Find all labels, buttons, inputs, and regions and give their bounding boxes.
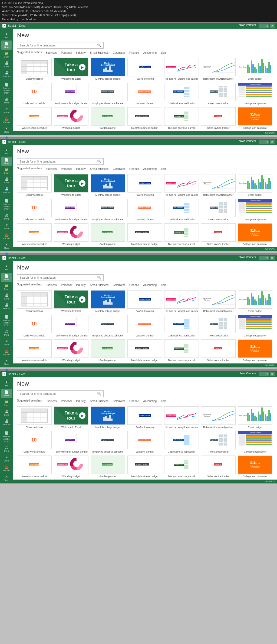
filter-tag-lists[interactable]: Lists (160, 283, 168, 287)
filter-tag-small business[interactable]: Small Business (89, 51, 110, 55)
search-input[interactable] (19, 276, 97, 279)
template-thumb-garden[interactable]: Garden Planner (91, 107, 125, 126)
template-card-project_cost[interactable]: Project Cost Project cost tracker (201, 199, 236, 221)
template-card-blank[interactable]: Blank workbook (17, 406, 52, 429)
template-card-sales_inv[interactable]: INVOICE (201, 456, 236, 478)
sidebar-item-new[interactable]: 📄New (1, 389, 12, 398)
sidebar-item-close[interactable]: ✕Close (1, 474, 12, 483)
template-thumb-sales_inv[interactable]: INVOICE (201, 456, 236, 474)
template-card-diet[interactable]: Diet & Exercise Diet and exercise journa… (164, 107, 199, 130)
template-thumb-vacation[interactable]: Vacation Planner (127, 431, 162, 449)
template-thumb-employee_absence[interactable]: Employee Absence (91, 431, 125, 449)
sidebar-item-close[interactable]: ✕Close (1, 125, 12, 134)
filter-tag-business[interactable]: Business (45, 167, 58, 171)
sidebar-item-open[interactable]: 📂Open (1, 166, 12, 176)
template-thumb-college_budget[interactable]: MonthlyCollege Budget (91, 174, 125, 193)
template-thumb-employee_absence[interactable]: Employee Absence (91, 83, 125, 101)
template-thumb-college_loan[interactable]: $16,xxx College LoanCalculator (238, 456, 272, 474)
template-card-paypal[interactable]: PayPal Invoice PayPal Invoicing (127, 290, 162, 313)
search-icon[interactable]: 🔍 (97, 276, 101, 279)
template-thumb-diet[interactable]: Diet & Exercise (164, 456, 199, 474)
template-thumb-blank[interactable] (17, 58, 52, 76)
sidebar-item-save-as[interactable]: 💾Save As (1, 70, 12, 79)
close-button[interactable]: ✕ (270, 372, 275, 376)
template-card-diet[interactable]: Diet & Exercise Diet and exercise journa… (164, 223, 199, 246)
filter-tag-calculator[interactable]: Calculator (112, 399, 126, 403)
template-thumb-wedding[interactable]: Wedding Budget (54, 339, 88, 358)
template-card-garden[interactable]: Garden Planner Garden planner (91, 107, 125, 130)
template-thumb-college_loan[interactable]: $16,xxx College LoanCalculator (238, 339, 272, 358)
template-thumb-vacation[interactable]: Vacation Planner (127, 315, 162, 333)
template-card-wedding[interactable]: Wedding Budget Wedding budget (54, 456, 88, 478)
template-thumb-event_budget[interactable]: Event Budget (238, 58, 272, 76)
sidebar-item-share[interactable]: ↗Share (1, 222, 12, 231)
template-thumb-hhw[interactable]: Weight Tracker (164, 290, 199, 309)
template-thumb-retirement[interactable]: Retirement Planner (201, 58, 236, 76)
sidebar-item-new[interactable]: 📄New (1, 157, 12, 166)
template-thumb-chore_schedule[interactable]: Chore Schedule (17, 456, 52, 474)
template-card-db_verify[interactable]: D&B Verification D&B business verificati… (164, 83, 199, 105)
template-card-gantt[interactable]: Project Planner (238, 83, 272, 105)
close-button[interactable]: ✕ (270, 140, 275, 144)
template-thumb-family_budget[interactable]: Budget Planner (54, 199, 88, 217)
template-card-diet[interactable]: Diet & Exercise Diet and exercise journa… (164, 339, 199, 362)
template-thumb-diet[interactable]: Diet & Exercise (164, 107, 199, 126)
template-card-event_budget[interactable]: Event Budget (238, 290, 272, 313)
search-icon[interactable]: 🔍 (97, 160, 101, 163)
filter-tag-personal[interactable]: Personal (60, 51, 73, 55)
template-thumb-college_budget[interactable]: MonthlyCollege Budget (91, 58, 125, 76)
maximize-button[interactable]: □ (264, 23, 269, 28)
template-card-vacation[interactable]: Vacation Planner Vacation planner (127, 431, 162, 453)
filter-tag-finance[interactable]: Finance (128, 399, 140, 403)
sidebar-item-new[interactable]: 📄New (1, 41, 12, 50)
filter-tag-accounting[interactable]: Accounting (142, 167, 158, 171)
sidebar-item-share[interactable]: ↗Share (1, 106, 12, 115)
template-thumb-tour[interactable]: Take atour ▶ (54, 406, 88, 425)
template-thumb-project_cost[interactable]: Project Cost (201, 199, 236, 217)
template-thumb-blank[interactable] (17, 174, 52, 193)
template-thumb-retirement[interactable]: Retirement Planner (201, 406, 236, 425)
filter-tag-lists[interactable]: Lists (160, 399, 168, 403)
template-thumb-db_verify[interactable]: D&B Verification (164, 315, 199, 333)
template-card-daily_schedule[interactable]: 10 Daily work schedule (17, 431, 52, 453)
sidebar-item-print[interactable]: 🖨Print (1, 444, 12, 454)
template-card-blank[interactable]: Blank workbook (17, 58, 52, 80)
filter-tag-personal[interactable]: Personal (60, 283, 73, 287)
template-card-college_budget[interactable]: MonthlyCollege Budget Monthly college bu… (91, 290, 125, 313)
template-card-tour[interactable]: Take atour ▶Welcome to Excel (54, 406, 88, 429)
filter-tag-calculator[interactable]: Calculator (112, 51, 126, 55)
sidebar-item-print[interactable]: 🖨Print (1, 96, 12, 105)
template-thumb-chore_schedule[interactable]: Chore Schedule (17, 339, 52, 358)
template-thumb-paypal[interactable]: PayPal Invoice (127, 406, 162, 425)
template-card-college_loan[interactable]: $16,xxx College LoanCalculator College l… (238, 223, 272, 246)
filter-tag-small business[interactable]: Small Business (89, 167, 110, 171)
template-card-paypal[interactable]: PayPal Invoice PayPal Invoicing (127, 58, 162, 80)
search-bar[interactable]: 🔍 (17, 158, 104, 165)
template-thumb-college_budget[interactable]: MonthlyCollege Budget (91, 290, 125, 309)
template-thumb-garden[interactable]: Garden Planner (91, 339, 125, 358)
sidebar-item-save-as-adobe-pdf[interactable]: 📑Save as Adobe PDF (1, 198, 12, 212)
template-card-blank[interactable]: Blank workbook (17, 290, 52, 313)
template-thumb-employee_absence[interactable]: Employee Absence (91, 315, 125, 333)
template-thumb-monthly_biz[interactable]: MONTHLY BUDGET (127, 339, 162, 358)
template-thumb-sales_inv[interactable]: INVOICE (201, 339, 236, 358)
template-thumb-db_verify[interactable]: D&B Verification (164, 83, 199, 101)
template-card-paypal[interactable]: PayPal Invoice PayPal Invoicing (127, 406, 162, 429)
template-card-daily_schedule[interactable]: 10 Daily work schedule (17, 83, 52, 105)
template-thumb-event_budget[interactable]: Event Budget (238, 174, 272, 193)
template-card-wedding[interactable]: Wedding Budget Wedding budget (54, 339, 88, 362)
close-button[interactable]: ✕ (270, 23, 275, 28)
sidebar-item-open[interactable]: 📂Open (1, 50, 12, 59)
close-button[interactable]: ✕ (270, 256, 275, 260)
template-card-sales_inv[interactable]: INVOICE (201, 339, 236, 362)
template-thumb-family_budget[interactable]: Budget Planner (54, 83, 88, 101)
sidebar-item-save-as[interactable]: 💾Save As (1, 186, 12, 195)
template-card-db_verify[interactable]: D&B Verification D&B business verificati… (164, 315, 199, 337)
template-thumb-college_budget[interactable]: MonthlyCollege Budget (91, 406, 125, 425)
sidebar-item-info[interactable]: ℹInfo (1, 379, 12, 388)
template-card-sales_inv[interactable]: INVOICE (201, 223, 236, 246)
template-thumb-hhw[interactable]: Weight Tracker (164, 174, 199, 193)
template-thumb-family_budget[interactable]: Budget Planner (54, 315, 88, 333)
maximize-button[interactable]: □ (264, 372, 269, 376)
template-card-family_budget[interactable]: Budget Planner Family monthly budget pla… (54, 315, 88, 337)
